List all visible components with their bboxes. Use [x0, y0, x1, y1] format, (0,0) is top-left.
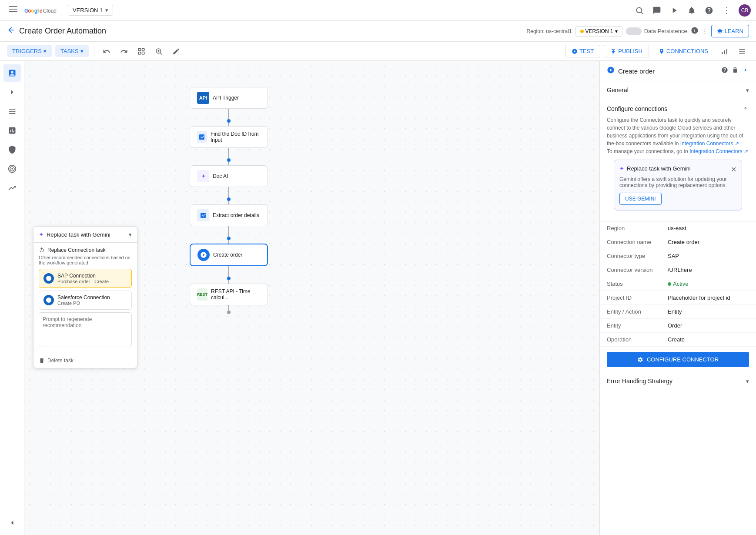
- flow-line-2: [228, 148, 229, 158]
- svg-rect-22: [722, 52, 723, 54]
- connector-3: [227, 187, 231, 204]
- sap-conn-name: SAP Connection: [57, 273, 127, 279]
- field-value-connector-type: SAP: [668, 253, 679, 259]
- page-title: Create Order Automation: [19, 27, 523, 36]
- panel-delete-icon[interactable]: [732, 67, 739, 75]
- tasks-button[interactable]: TASKS ▾: [55, 45, 89, 57]
- test-button[interactable]: TEST: [565, 45, 600, 57]
- flow-line-5b: [228, 280, 229, 284]
- salesforce-conn-icon-inner: [46, 298, 51, 303]
- more-vertical-icon[interactable]: ⋮: [702, 28, 708, 34]
- general-section[interactable]: General ▾: [600, 81, 756, 99]
- triggers-chevron: ▾: [43, 48, 47, 54]
- zoom-button[interactable]: [152, 44, 166, 58]
- canvas-area[interactable]: API API Trigger Find the Doc ID from Inp…: [24, 61, 599, 535]
- gemini-card: ✦ Replace task with Gemini ✕ Gemini offe…: [614, 160, 742, 211]
- version-badge[interactable]: VERSION 1 ▾: [575, 26, 622, 37]
- extract-order-icon: [197, 209, 209, 221]
- find-doc-icon: [197, 131, 207, 143]
- general-chevron[interactable]: ▾: [746, 87, 749, 94]
- flow-line-4b: [228, 240, 229, 244]
- configure-chevron[interactable]: [742, 104, 749, 113]
- node-find-doc[interactable]: Find the Doc ID from Input: [190, 126, 268, 148]
- connector-4: [227, 226, 231, 244]
- chart-icon-btn[interactable]: [718, 44, 732, 58]
- connector-1: [227, 109, 231, 126]
- sap-connection-option[interactable]: SAP Connection Purchase order - Create: [39, 269, 132, 288]
- configure-connector-button[interactable]: CONFIGURE CONNECTOR: [607, 352, 749, 367]
- svg-text:o: o: [31, 8, 34, 14]
- field-region: Region us-east: [600, 221, 756, 235]
- sidebar-icon-security[interactable]: [3, 141, 21, 158]
- publish-button[interactable]: PUBLISH: [604, 45, 649, 57]
- configure-connections-section: Configure connections Configure the Conn…: [600, 99, 756, 221]
- field-value-entity-action: Entity: [668, 308, 682, 315]
- sidebar-collapse-button[interactable]: [3, 514, 21, 532]
- info-icon[interactable]: [691, 27, 699, 36]
- sidebar-icon-analytics[interactable]: [3, 122, 21, 139]
- salesforce-conn-info: Salesforce Connection Create PO: [57, 294, 127, 306]
- triggers-button[interactable]: TRIGGERS ▾: [7, 45, 52, 57]
- gemini-chevron-icon[interactable]: ▾: [129, 231, 132, 238]
- find-doc-label: Find the Doc ID from Input: [211, 131, 261, 143]
- learn-button[interactable]: LEARN: [711, 25, 749, 37]
- arrange-button[interactable]: [134, 44, 148, 58]
- integration-connectors-link-1[interactable]: Integration Connectors ↗: [680, 140, 739, 147]
- notification-icon[interactable]: [686, 5, 697, 16]
- node-extract-order[interactable]: Extract order details: [190, 204, 268, 226]
- more-icon[interactable]: ⋮: [721, 5, 732, 16]
- flow-line-3b: [228, 201, 229, 204]
- prompt-textarea[interactable]: [39, 312, 132, 347]
- field-status: Status Active: [600, 277, 756, 291]
- field-label-connector-version: Connector version: [607, 267, 668, 273]
- region-badge: Region: us-central1: [527, 28, 572, 34]
- code-icon[interactable]: [669, 5, 679, 16]
- svg-rect-25: [739, 49, 745, 50]
- error-handling-section[interactable]: Error Handling Stratergy ▾: [600, 372, 756, 390]
- connections-button[interactable]: CONNECTIONS: [652, 45, 714, 57]
- sidebar-icon-target[interactable]: [3, 160, 21, 177]
- project-selector[interactable]: VERSION 1 ▾: [68, 5, 113, 16]
- node-api-trigger[interactable]: API API Trigger: [190, 87, 268, 109]
- data-persistence-toggle[interactable]: Data Persistence: [626, 27, 687, 35]
- panel-help-icon[interactable]: [721, 67, 728, 75]
- avatar[interactable]: CB: [739, 4, 751, 17]
- redo-button[interactable]: [117, 44, 131, 58]
- svg-rect-1: [9, 9, 17, 10]
- list-icon-btn[interactable]: [735, 44, 749, 58]
- error-handling-chevron[interactable]: ▾: [746, 378, 749, 385]
- sidebar-icon-collapse-expand[interactable]: [3, 84, 21, 101]
- sidebar-icon-integration[interactable]: [3, 64, 21, 82]
- field-value-connection-name: Create order: [668, 239, 699, 245]
- use-gemini-button[interactable]: USE GEMINI: [619, 193, 662, 205]
- toggle-switch[interactable]: [626, 27, 642, 35]
- node-create-order[interactable]: Create order: [190, 244, 268, 266]
- pen-button[interactable]: [169, 44, 183, 58]
- field-label-connection-name: Connection name: [607, 239, 668, 245]
- field-entity: Entity Order: [600, 319, 756, 333]
- flow-line-2b: [228, 162, 229, 165]
- replace-label: Replace Connection task: [39, 247, 132, 253]
- fields-container: Region us-east Connection name Create or…: [600, 221, 756, 347]
- gemini-card-close-button[interactable]: ✕: [731, 165, 736, 174]
- help-icon[interactable]: [704, 5, 714, 16]
- gemini-card-desc: Gemini offers a swift solution for updat…: [619, 176, 736, 188]
- node-doc-ai[interactable]: ✦ Doc AI: [190, 165, 268, 187]
- salesforce-connection-option[interactable]: Salesforce Connection Create PO: [39, 291, 132, 310]
- back-button[interactable]: [7, 26, 16, 37]
- delete-task-button[interactable]: Delete task: [33, 353, 137, 368]
- sidebar-icon-list[interactable]: [3, 103, 21, 120]
- hamburger-menu[interactable]: [5, 1, 21, 19]
- rest-api-label: REST API - Time calcul...: [211, 288, 261, 301]
- field-entity-action: Entity / Action Entity: [600, 305, 756, 319]
- field-label-operation: Operation: [607, 336, 668, 343]
- integration-connectors-link-2[interactable]: Integration Connectors ↗: [689, 148, 748, 154]
- chat-icon[interactable]: [652, 5, 662, 16]
- panel-navigate-icon[interactable]: [742, 67, 749, 75]
- undo-button[interactable]: [100, 44, 114, 58]
- sidebar-icon-chart[interactable]: [3, 179, 21, 197]
- svg-text:l: l: [37, 8, 39, 14]
- version-dot: [580, 30, 584, 33]
- node-rest-api[interactable]: REST REST API - Time calcul...: [190, 284, 268, 305]
- search-icon[interactable]: [634, 5, 645, 16]
